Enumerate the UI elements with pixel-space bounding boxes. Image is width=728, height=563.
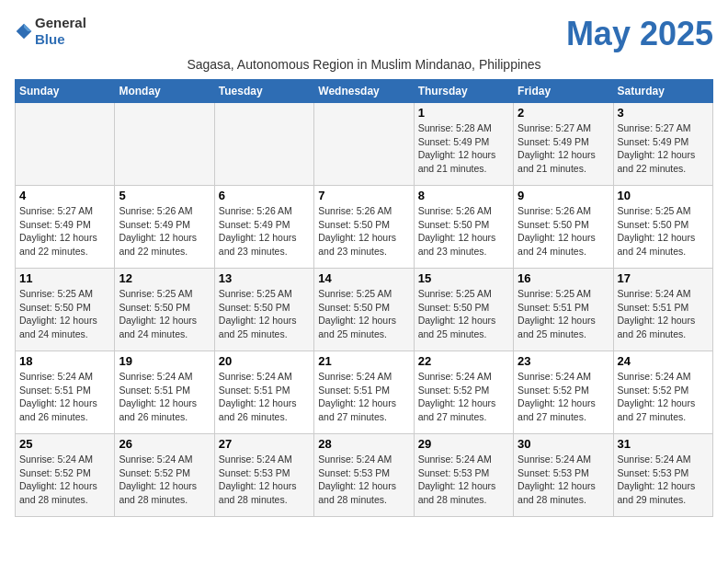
- calendar-week-row: 4Sunrise: 5:27 AMSunset: 5:49 PMDaylight…: [16, 186, 713, 269]
- day-number: 16: [518, 271, 609, 285]
- day-details: Sunrise: 5:25 AMSunset: 5:50 PMDaylight:…: [219, 287, 310, 341]
- day-number: 25: [19, 437, 110, 451]
- day-number: 2: [518, 106, 609, 120]
- calendar-cell: 5Sunrise: 5:26 AMSunset: 5:49 PMDaylight…: [115, 186, 214, 269]
- calendar-cell: 19Sunrise: 5:24 AMSunset: 5:51 PMDayligh…: [115, 351, 214, 434]
- calendar-cell: 4Sunrise: 5:27 AMSunset: 5:49 PMDaylight…: [16, 186, 115, 269]
- day-of-week-header: Wednesday: [314, 80, 414, 103]
- day-details: Sunrise: 5:24 AMSunset: 5:52 PMDaylight:…: [518, 370, 609, 424]
- day-details: Sunrise: 5:24 AMSunset: 5:52 PMDaylight:…: [618, 370, 709, 424]
- calendar-cell: [214, 103, 313, 186]
- day-of-week-header: Sunday: [16, 80, 115, 103]
- calendar-cell: 23Sunrise: 5:24 AMSunset: 5:52 PMDayligh…: [514, 351, 613, 434]
- calendar-header: SundayMondayTuesdayWednesdayThursdayFrid…: [16, 80, 713, 103]
- calendar-cell: 22Sunrise: 5:24 AMSunset: 5:52 PMDayligh…: [414, 351, 513, 434]
- calendar-week-row: 18Sunrise: 5:24 AMSunset: 5:51 PMDayligh…: [16, 351, 713, 434]
- day-details: Sunrise: 5:24 AMSunset: 5:53 PMDaylight:…: [318, 453, 409, 507]
- day-details: Sunrise: 5:24 AMSunset: 5:51 PMDaylight:…: [119, 370, 210, 424]
- day-number: 21: [318, 354, 409, 368]
- page-header: General Blue May 2025: [15, 15, 713, 53]
- calendar-cell: 9Sunrise: 5:26 AMSunset: 5:50 PMDaylight…: [514, 186, 613, 269]
- day-number: 27: [219, 437, 310, 451]
- calendar-table: SundayMondayTuesdayWednesdayThursdayFrid…: [15, 79, 713, 517]
- calendar-cell: 11Sunrise: 5:25 AMSunset: 5:50 PMDayligh…: [16, 269, 115, 351]
- day-details: Sunrise: 5:25 AMSunset: 5:51 PMDaylight:…: [518, 287, 609, 341]
- day-details: Sunrise: 5:25 AMSunset: 5:50 PMDaylight:…: [119, 287, 210, 341]
- day-number: 14: [318, 271, 409, 285]
- calendar-cell: [115, 103, 214, 186]
- calendar-week-row: 1Sunrise: 5:28 AMSunset: 5:49 PMDaylight…: [16, 103, 713, 186]
- calendar-cell: 2Sunrise: 5:27 AMSunset: 5:49 PMDaylight…: [514, 103, 613, 186]
- day-number: 7: [318, 189, 409, 202]
- day-number: 6: [219, 189, 310, 202]
- calendar-cell: 28Sunrise: 5:24 AMSunset: 5:53 PMDayligh…: [314, 434, 414, 517]
- day-details: Sunrise: 5:24 AMSunset: 5:52 PMDaylight:…: [418, 370, 509, 424]
- day-details: Sunrise: 5:25 AMSunset: 5:50 PMDaylight:…: [318, 287, 409, 341]
- calendar-cell: 27Sunrise: 5:24 AMSunset: 5:53 PMDayligh…: [214, 434, 313, 517]
- calendar-cell: 31Sunrise: 5:24 AMSunset: 5:53 PMDayligh…: [613, 434, 712, 517]
- day-number: 20: [219, 354, 310, 368]
- calendar-cell: 13Sunrise: 5:25 AMSunset: 5:50 PMDayligh…: [214, 269, 313, 351]
- logo-general: General: [35, 15, 86, 30]
- day-details: Sunrise: 5:26 AMSunset: 5:50 PMDaylight:…: [418, 204, 509, 259]
- calendar-cell: 7Sunrise: 5:26 AMSunset: 5:50 PMDaylight…: [314, 186, 414, 269]
- day-number: 13: [219, 271, 310, 285]
- calendar-cell: 26Sunrise: 5:24 AMSunset: 5:52 PMDayligh…: [115, 434, 214, 517]
- day-number: 17: [618, 271, 709, 285]
- day-number: 3: [618, 106, 709, 120]
- calendar-cell: 12Sunrise: 5:25 AMSunset: 5:50 PMDayligh…: [115, 269, 214, 351]
- day-details: Sunrise: 5:26 AMSunset: 5:50 PMDaylight:…: [518, 204, 609, 259]
- calendar-cell: 16Sunrise: 5:25 AMSunset: 5:51 PMDayligh…: [514, 269, 613, 351]
- logo: General Blue: [15, 15, 86, 48]
- calendar-body: 1Sunrise: 5:28 AMSunset: 5:49 PMDaylight…: [16, 103, 713, 517]
- day-number: 26: [119, 437, 210, 451]
- logo-icon: [15, 22, 33, 40]
- calendar-cell: [16, 103, 115, 186]
- day-of-week-header: Tuesday: [214, 80, 313, 103]
- day-of-week-header: Saturday: [613, 80, 712, 103]
- logo-text: General Blue: [35, 15, 86, 48]
- calendar-cell: 8Sunrise: 5:26 AMSunset: 5:50 PMDaylight…: [414, 186, 513, 269]
- day-details: Sunrise: 5:25 AMSunset: 5:50 PMDaylight:…: [618, 204, 709, 259]
- day-number: 24: [618, 354, 709, 368]
- day-details: Sunrise: 5:24 AMSunset: 5:53 PMDaylight:…: [518, 453, 609, 507]
- calendar-cell: 29Sunrise: 5:24 AMSunset: 5:53 PMDayligh…: [414, 434, 513, 517]
- day-details: Sunrise: 5:24 AMSunset: 5:51 PMDaylight:…: [219, 370, 310, 424]
- day-number: 19: [119, 354, 210, 368]
- calendar-cell: [314, 103, 414, 186]
- day-details: Sunrise: 5:26 AMSunset: 5:50 PMDaylight:…: [318, 204, 409, 259]
- calendar-cell: 18Sunrise: 5:24 AMSunset: 5:51 PMDayligh…: [16, 351, 115, 434]
- day-details: Sunrise: 5:24 AMSunset: 5:53 PMDaylight:…: [618, 453, 709, 507]
- day-number: 15: [418, 271, 509, 285]
- calendar-cell: 25Sunrise: 5:24 AMSunset: 5:52 PMDayligh…: [16, 434, 115, 517]
- day-number: 8: [418, 189, 509, 202]
- day-details: Sunrise: 5:26 AMSunset: 5:49 PMDaylight:…: [119, 204, 210, 259]
- day-details: Sunrise: 5:24 AMSunset: 5:51 PMDaylight:…: [19, 370, 110, 424]
- calendar-cell: 24Sunrise: 5:24 AMSunset: 5:52 PMDayligh…: [613, 351, 712, 434]
- day-number: 11: [19, 271, 110, 285]
- days-of-week-row: SundayMondayTuesdayWednesdayThursdayFrid…: [16, 80, 713, 103]
- calendar-subtitle: Sagasa, Autonomous Region in Muslim Mind…: [15, 57, 713, 72]
- day-details: Sunrise: 5:24 AMSunset: 5:51 PMDaylight:…: [318, 370, 409, 424]
- day-details: Sunrise: 5:27 AMSunset: 5:49 PMDaylight:…: [618, 121, 709, 176]
- day-number: 12: [119, 271, 210, 285]
- calendar-cell: 3Sunrise: 5:27 AMSunset: 5:49 PMDaylight…: [613, 103, 712, 186]
- calendar-cell: 6Sunrise: 5:26 AMSunset: 5:49 PMDaylight…: [214, 186, 313, 269]
- calendar-cell: 17Sunrise: 5:24 AMSunset: 5:51 PMDayligh…: [613, 269, 712, 351]
- day-number: 10: [618, 189, 709, 202]
- day-number: 30: [518, 437, 609, 451]
- month-title: May 2025: [566, 15, 713, 53]
- day-of-week-header: Thursday: [414, 80, 513, 103]
- day-number: 5: [119, 189, 210, 202]
- calendar-cell: 15Sunrise: 5:25 AMSunset: 5:50 PMDayligh…: [414, 269, 513, 351]
- day-number: 18: [19, 354, 110, 368]
- day-details: Sunrise: 5:24 AMSunset: 5:52 PMDaylight:…: [119, 453, 210, 507]
- calendar-cell: 21Sunrise: 5:24 AMSunset: 5:51 PMDayligh…: [314, 351, 414, 434]
- day-details: Sunrise: 5:27 AMSunset: 5:49 PMDaylight:…: [518, 121, 609, 176]
- day-of-week-header: Monday: [115, 80, 214, 103]
- day-number: 1: [418, 106, 509, 120]
- day-number: 31: [618, 437, 709, 451]
- calendar-cell: 30Sunrise: 5:24 AMSunset: 5:53 PMDayligh…: [514, 434, 613, 517]
- calendar-week-row: 25Sunrise: 5:24 AMSunset: 5:52 PMDayligh…: [16, 434, 713, 517]
- calendar-cell: 10Sunrise: 5:25 AMSunset: 5:50 PMDayligh…: [613, 186, 712, 269]
